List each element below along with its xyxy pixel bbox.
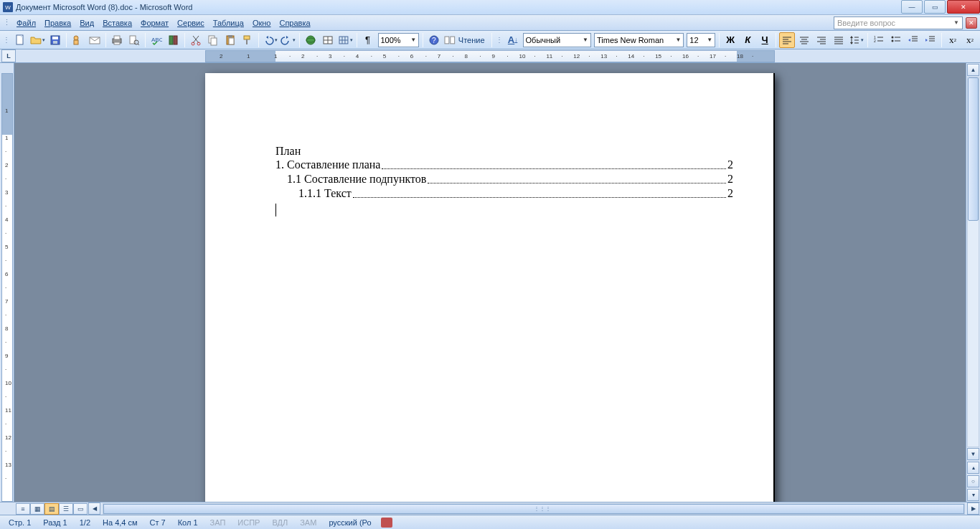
- format-painter-button[interactable]: [240, 32, 255, 48]
- status-ovr[interactable]: ЗАМ: [294, 518, 323, 527]
- vertical-ruler[interactable]: 1·2·3·4·5·6·7·8·9·10·11·12·13·1: [0, 63, 14, 502]
- hscroll-right-button[interactable]: ▶: [967, 502, 979, 515]
- status-pages[interactable]: 1/2: [74, 518, 97, 527]
- zoom-value: 100%: [381, 36, 401, 44]
- font-size-combo[interactable]: 12 ▼: [687, 33, 715, 47]
- status-ext[interactable]: ВДЛ: [266, 518, 294, 527]
- print-button[interactable]: [109, 32, 125, 48]
- align-left-button[interactable]: [779, 32, 795, 48]
- insert-table-button[interactable]: ▾: [337, 32, 354, 48]
- research-button[interactable]: [166, 32, 182, 48]
- status-page[interactable]: Стр. 1: [3, 518, 37, 527]
- new-document-button[interactable]: [12, 32, 28, 48]
- font-combo[interactable]: Times New Roman ▼: [594, 33, 684, 47]
- status-trk[interactable]: ИСПР: [232, 518, 266, 527]
- maximize-button[interactable]: ▭: [924, 0, 946, 14]
- print-preview-button[interactable]: [126, 32, 142, 48]
- open-button[interactable]: ▾: [29, 32, 46, 48]
- workspace: 1·2·3·4·5·6·7·8·9·10·11·12·13·1 План 1. …: [0, 63, 980, 502]
- spelling-button[interactable]: ABC: [149, 32, 164, 48]
- permission-button[interactable]: [70, 32, 85, 48]
- svg-rect-23: [244, 36, 250, 39]
- redo-button[interactable]: ▾: [280, 32, 296, 48]
- reading-view-button[interactable]: ▭: [73, 503, 88, 515]
- doc-close-button[interactable]: ✕: [966, 17, 977, 29]
- scroll-track[interactable]: [967, 77, 979, 447]
- menu-format[interactable]: Формат: [136, 17, 173, 29]
- toolbar-grip-2[interactable]: ⋮: [496, 36, 503, 44]
- status-line[interactable]: Ст 7: [144, 518, 172, 527]
- zoom-combo[interactable]: 100% ▼: [378, 33, 420, 47]
- align-justify-button[interactable]: [831, 32, 847, 48]
- svg-rect-37: [451, 37, 455, 44]
- menu-tools[interactable]: Сервис: [173, 17, 209, 29]
- email-button[interactable]: [87, 32, 103, 48]
- select-browse-object-button[interactable]: ○: [967, 475, 979, 487]
- toolbar-grip[interactable]: ⋮: [3, 36, 10, 44]
- italic-button[interactable]: К: [740, 32, 755, 48]
- spelling-status-icon[interactable]: [381, 518, 392, 528]
- status-rec[interactable]: ЗАП: [204, 518, 232, 527]
- increase-indent-button[interactable]: [923, 32, 938, 48]
- status-col[interactable]: Кол 1: [172, 518, 204, 527]
- svg-rect-3: [53, 41, 57, 44]
- hyperlink-button[interactable]: [303, 32, 319, 48]
- chevron-down-icon: ▼: [672, 37, 681, 43]
- numbering-button[interactable]: 12: [871, 32, 887, 48]
- menu-edit[interactable]: Правка: [40, 17, 75, 29]
- paste-button[interactable]: [222, 32, 238, 48]
- scroll-thumb[interactable]: [968, 77, 979, 221]
- tab-selector[interactable]: L: [1, 49, 16, 62]
- vertical-scrollbar[interactable]: ▲ ▼ ▴ ○ ▾: [966, 63, 980, 502]
- status-section[interactable]: Разд 1: [37, 518, 73, 527]
- menu-insert[interactable]: Вставка: [98, 17, 136, 29]
- menu-file[interactable]: Файл: [12, 17, 40, 29]
- bold-button[interactable]: Ж: [722, 32, 738, 48]
- save-button[interactable]: [47, 32, 63, 48]
- status-at[interactable]: На 4,4 см: [97, 518, 144, 527]
- menu-window[interactable]: Окно: [248, 17, 275, 29]
- view-buttons-row: ≡ ▦ ▤ ☰ ▭ ◀ ⋮⋮⋮ ▶: [0, 502, 980, 515]
- horizontal-scrollbar[interactable]: ⋮⋮⋮: [103, 503, 965, 515]
- style-combo[interactable]: Обычный ▼: [523, 33, 591, 47]
- bullets-button[interactable]: [888, 32, 904, 48]
- tables-borders-button[interactable]: [320, 32, 336, 48]
- normal-view-button[interactable]: ≡: [16, 503, 30, 515]
- subscript-button[interactable]: x2: [962, 32, 978, 48]
- print-layout-view-button[interactable]: ▤: [44, 503, 59, 515]
- show-formatting-button[interactable]: ¶: [360, 32, 376, 48]
- undo-button[interactable]: ▾: [262, 32, 278, 48]
- menu-grip[interactable]: ⋮: [3, 18, 11, 27]
- reading-layout-button[interactable]: Чтение: [443, 32, 488, 48]
- ask-question-box[interactable]: Введите вопрос ▼: [834, 16, 963, 29]
- superscript-button[interactable]: x2: [945, 32, 961, 48]
- svg-text:?: ?: [432, 37, 436, 44]
- outline-view-button[interactable]: ☰: [59, 503, 73, 515]
- hscroll-left-button[interactable]: ◀: [88, 502, 100, 515]
- web-layout-view-button[interactable]: ▦: [30, 503, 44, 515]
- next-page-button[interactable]: ▾: [967, 489, 979, 501]
- menu-view[interactable]: Вид: [75, 17, 98, 29]
- status-language[interactable]: русский (Ро: [323, 518, 377, 527]
- toc-text: 1.1.1 Текст: [298, 186, 352, 201]
- close-button[interactable]: ✕: [947, 0, 980, 14]
- cut-button[interactable]: [188, 32, 204, 48]
- help-button[interactable]: ?: [426, 32, 442, 48]
- scroll-down-button[interactable]: ▼: [967, 448, 979, 460]
- decrease-indent-button[interactable]: [905, 32, 921, 48]
- styles-pane-button[interactable]: A↓: [505, 32, 521, 48]
- document-area[interactable]: План 1. Составление плана 2 1.1 Составле…: [14, 63, 966, 502]
- align-right-button[interactable]: [814, 32, 829, 48]
- copy-button[interactable]: [205, 32, 221, 48]
- line-spacing-button[interactable]: ▾: [848, 32, 864, 48]
- underline-button[interactable]: Ч: [757, 32, 773, 48]
- minimize-button[interactable]: —: [901, 0, 923, 14]
- previous-page-button[interactable]: ▴: [967, 462, 979, 474]
- scroll-up-button[interactable]: ▲: [967, 64, 979, 76]
- horizontal-ruler[interactable]: 1·2·3·4·5·6·7·8·9·10·11·12·13·14·15·16·1…: [205, 50, 775, 62]
- page[interactable]: План 1. Составление плана 2 1.1 Составле…: [205, 73, 775, 502]
- menu-table[interactable]: Таблица: [209, 17, 248, 29]
- align-center-button[interactable]: [796, 32, 812, 48]
- menu-help[interactable]: Справка: [275, 17, 314, 29]
- svg-point-63: [892, 39, 894, 42]
